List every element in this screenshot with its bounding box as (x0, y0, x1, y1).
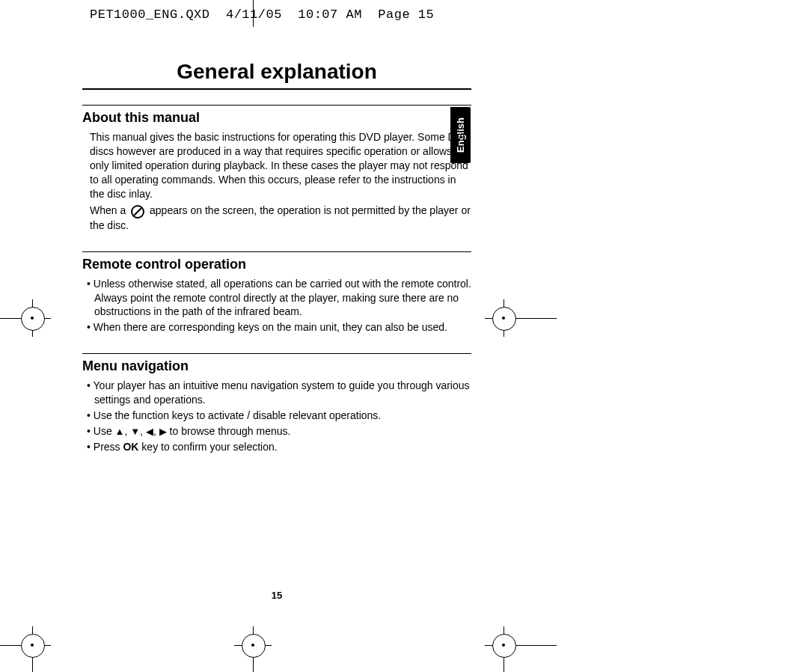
arrow-left-icon: ◀ (146, 426, 153, 437)
crop-line (0, 318, 16, 319)
crop-line (504, 661, 504, 672)
section-menu: Menu navigation Your player has an intui… (82, 353, 471, 453)
arrow-right-icon: ▶ (159, 426, 167, 437)
prohibit-icon (131, 205, 144, 219)
remote-bullet-1: Unless otherwise stated, all operations … (82, 277, 471, 320)
menu-b4-pre: Press (94, 441, 123, 453)
remote-title: Remote control operation (82, 257, 471, 272)
menu-bullet-2: Use the function keys to activate / disa… (82, 409, 471, 423)
ok-key-label: OK (123, 441, 138, 453)
about-para2: When a appears on the screen, the operat… (90, 204, 471, 232)
about-title: About this manual (82, 110, 471, 126)
crop-line (0, 645, 16, 646)
page-content: General explanation About this manual Th… (82, 0, 471, 599)
menu-b4-post: key to confirm your selection. (138, 441, 277, 453)
crop-line (32, 661, 33, 672)
crop-mark-icon (234, 626, 272, 664)
page-number: 15 (0, 590, 554, 601)
crop-mark-icon (13, 299, 51, 337)
crop-mark-icon (485, 626, 522, 664)
crop-line (253, 661, 254, 672)
after-icon-text: appears on the screen, the operation is … (90, 204, 471, 230)
crop-mark-icon (485, 299, 522, 337)
remote-bullet-2: When there are corresponding keys on the… (82, 320, 471, 335)
menu-bullet-4: Press OK key to confirm your selection. (82, 440, 471, 454)
page-title: General explanation (82, 60, 471, 90)
section-remote: Remote control operation Unless otherwis… (82, 251, 471, 335)
menu-b3-pre: Use (94, 425, 115, 437)
arrow-down-icon: ▼ (130, 426, 140, 437)
menu-title: Menu navigation (82, 358, 471, 374)
menu-b3-post: to browse through menus. (167, 425, 291, 437)
about-para1: This manual gives the basic instructions… (90, 130, 471, 201)
crop-line (253, 0, 254, 27)
menu-bullet-1: Your player has an intuitive menu naviga… (82, 379, 471, 407)
menu-bullet-3: Use ▲, ▼, ◀, ▶ to browse through menus. (82, 424, 471, 439)
arrow-up-icon: ▲ (115, 426, 125, 437)
when-a-text: When a (90, 204, 126, 216)
crop-line (519, 645, 557, 646)
section-about: About this manual This manual gives the … (82, 105, 471, 233)
crop-line (519, 318, 557, 319)
crop-mark-icon (13, 626, 51, 664)
